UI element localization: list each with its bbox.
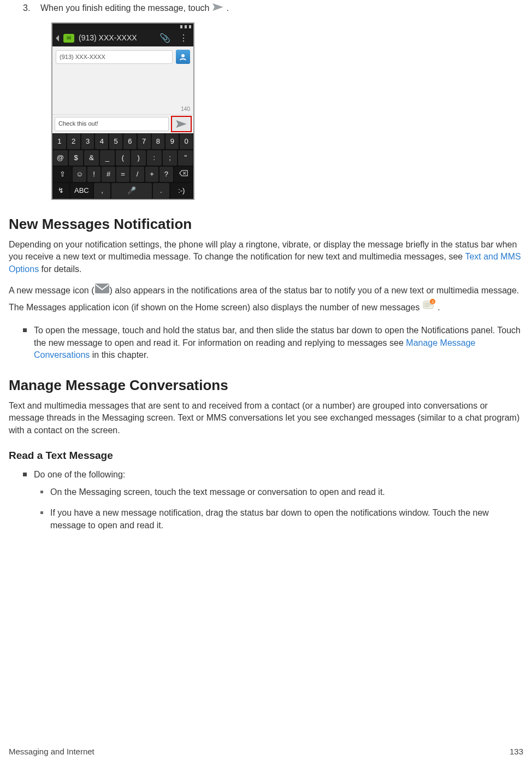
message-body-area: 140 (52, 67, 193, 114)
comma-key[interactable]: , (94, 183, 110, 198)
key[interactable]: 0 (180, 134, 193, 149)
abc-key[interactable]: ABC (70, 183, 93, 198)
messages-app-icon: ✉ (63, 34, 74, 43)
recipient-row: (913) XXX-XXXX (52, 46, 193, 67)
svg-text:3: 3 (431, 300, 434, 304)
period-key[interactable]: . (153, 183, 169, 198)
back-icon[interactable] (56, 35, 59, 42)
envelope-icon (94, 283, 110, 299)
page-footer: Messaging and Internet 133 (9, 746, 523, 757)
sec3-sub1: On the Messaging screen, touch the text … (50, 486, 523, 498)
step-3: 3. When you finish editing the message, … (9, 2, 523, 15)
sec1-para1: Depending on your notification settings,… (9, 239, 523, 275)
svg-marker-3 (180, 170, 187, 176)
send-icon (212, 3, 224, 15)
key[interactable]: / (131, 167, 144, 182)
more-icon[interactable]: ⋮ (177, 32, 190, 44)
step-number: 3. (23, 2, 33, 15)
key[interactable]: 6 (123, 134, 137, 149)
key[interactable]: 9 (165, 134, 179, 149)
sym-key[interactable]: ↯ (53, 183, 69, 198)
key[interactable]: 2 (67, 134, 80, 149)
status-bar (52, 23, 193, 30)
key[interactable]: ? (159, 167, 173, 182)
step-text-after: . (226, 3, 228, 13)
key[interactable]: ☺ (73, 167, 86, 182)
send-button[interactable] (171, 116, 192, 132)
footer-page: 133 (510, 746, 523, 757)
compose-input-row: Check this out! (52, 114, 193, 133)
key[interactable]: + (145, 167, 158, 182)
sec2-para: Text and multimedia messages that are se… (9, 400, 523, 436)
svg-rect-6 (95, 284, 109, 293)
heading-new-messages-notification: New Messages Notification (9, 214, 523, 234)
text: Do one of the following: (34, 470, 125, 479)
phone-screenshot: ✉ (913) XXX-XXXX 📎 ⋮ (913) XXX-XXXX 140 … (51, 22, 194, 200)
space-key[interactable]: 🎤 (111, 183, 152, 198)
key[interactable]: $ (69, 150, 84, 166)
sec1-bullet: To open the message, touch and hold the … (33, 324, 523, 361)
compose-header: ✉ (913) XXX-XXXX 📎 ⋮ (52, 30, 193, 46)
key[interactable]: 1 (53, 134, 66, 149)
char-counter: 140 (181, 105, 190, 113)
header-phone-number: (913) XXX-XXXX (79, 33, 153, 44)
key[interactable]: @ (53, 150, 68, 166)
key[interactable]: 3 (81, 134, 94, 149)
key[interactable]: " (178, 150, 193, 166)
footer-section: Messaging and Internet (9, 746, 94, 757)
text: A new message icon ( (9, 286, 94, 295)
text: . (435, 303, 440, 312)
key[interactable]: & (84, 150, 99, 166)
text: for details. (42, 264, 82, 274)
key[interactable]: _ (100, 150, 115, 166)
svg-point-1 (181, 54, 185, 57)
emoji-key[interactable]: :-) (170, 183, 193, 198)
sec1-para2: A new message icon () also appears in th… (9, 283, 523, 317)
key[interactable]: ! (87, 167, 101, 182)
shift-key[interactable]: ⇧ (53, 167, 72, 182)
key[interactable]: 5 (109, 134, 122, 149)
backspace-key[interactable] (174, 167, 193, 182)
sec3-lead: Do one of the following: On the Messagin… (33, 469, 523, 532)
heading-manage-message-conversations: Manage Message Conversations (9, 375, 523, 395)
key[interactable]: ; (163, 150, 178, 166)
step-text-before: When you finish editing the message, tou… (40, 3, 212, 13)
key[interactable]: : (147, 150, 162, 166)
recipient-field[interactable]: (913) XXX-XXXX (56, 50, 173, 64)
sec3-sub2: If you have a new message notification, … (50, 507, 523, 532)
svg-marker-2 (176, 120, 187, 128)
key[interactable]: ) (131, 150, 146, 166)
key[interactable]: ( (116, 150, 131, 166)
key[interactable]: = (116, 167, 129, 182)
contact-picker-icon[interactable] (176, 50, 190, 64)
compose-text-field[interactable]: Check this out! (55, 117, 169, 131)
key[interactable]: 4 (95, 134, 108, 149)
text: in this chapter. (92, 350, 149, 359)
step-text: When you finish editing the message, tou… (40, 2, 523, 15)
key[interactable]: # (102, 167, 115, 182)
text: Depending on your notification settings,… (9, 240, 517, 261)
heading-read-a-text-message: Read a Text Message (9, 449, 523, 463)
key[interactable]: 8 (152, 134, 165, 149)
keyboard: 1 2 3 4 5 6 7 8 9 0 @ $ & _ ( ) : ; " ⇧ … (52, 133, 193, 199)
key[interactable]: 7 (138, 134, 151, 149)
attach-icon[interactable]: 📎 (157, 32, 173, 44)
svg-marker-0 (212, 3, 223, 10)
messages-badge-icon: 3 (422, 299, 435, 317)
